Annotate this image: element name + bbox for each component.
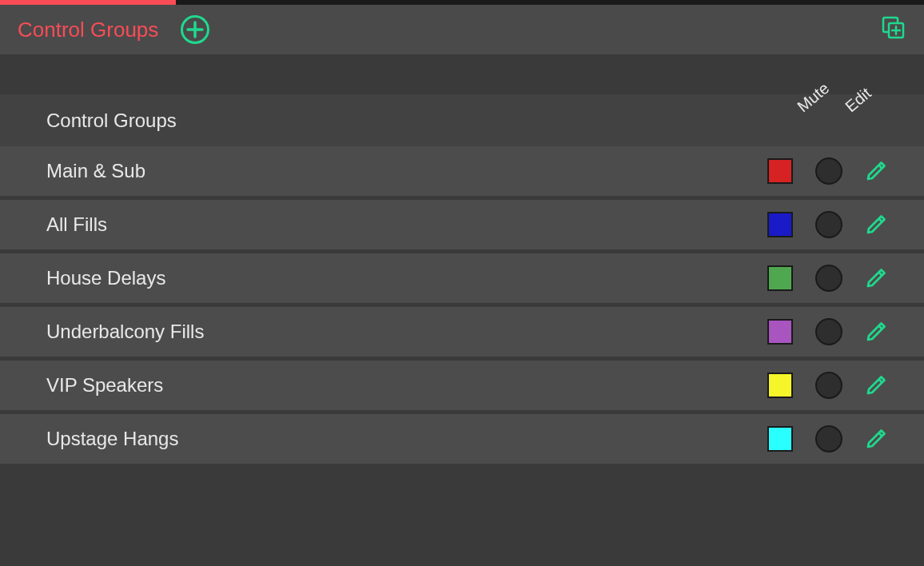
group-row: Upstage Hangs: [0, 414, 924, 464]
row-controls: [767, 318, 887, 345]
group-name: VIP Speakers: [46, 374, 878, 397]
row-controls: [767, 211, 887, 238]
pencil-icon: [865, 428, 887, 450]
copy-plus-icon: [881, 15, 906, 41]
group-row: All Fills: [0, 200, 924, 249]
mute-button[interactable]: [815, 372, 842, 399]
edit-button[interactable]: [865, 321, 887, 343]
row-controls: [767, 265, 887, 292]
group-row: VIP Speakers: [0, 361, 924, 410]
edit-button[interactable]: [865, 160, 887, 182]
header: Control Groups: [0, 5, 924, 54]
group-name: Main & Sub: [46, 160, 878, 182]
pencil-icon: [865, 374, 887, 397]
table-header-title: Control Groups: [46, 110, 177, 132]
column-header-mute: Mute: [794, 76, 836, 116]
row-controls: [767, 157, 887, 185]
color-swatch[interactable]: [767, 426, 793, 452]
column-headers: Mute Edit: [806, 98, 894, 116]
row-controls: [767, 372, 887, 399]
content-area: Control Groups Mute Edit Main & SubAll F…: [0, 54, 924, 464]
group-name: Upstage Hangs: [46, 428, 878, 450]
edit-button[interactable]: [865, 374, 887, 397]
group-row: Underbalcony Fills: [0, 307, 924, 357]
edit-button[interactable]: [865, 267, 887, 289]
color-swatch[interactable]: [767, 265, 793, 291]
plus-icon: [186, 21, 204, 38]
pencil-icon: [865, 213, 887, 236]
pencil-icon: [865, 321, 887, 343]
edit-button[interactable]: [865, 428, 887, 450]
group-name: House Delays: [46, 267, 878, 289]
group-name: Underbalcony Fills: [46, 321, 878, 343]
color-swatch[interactable]: [767, 158, 793, 184]
group-rows: Main & SubAll FillsHouse DelaysUnderbalc…: [0, 146, 924, 464]
mute-button[interactable]: [815, 318, 842, 345]
duplicate-add-button[interactable]: [881, 15, 906, 44]
column-header-edit: Edit: [842, 76, 884, 116]
group-row: Main & Sub: [0, 146, 924, 196]
page-title: Control Groups: [18, 18, 158, 42]
table-header: Control Groups Mute Edit: [0, 94, 924, 146]
mute-button[interactable]: [815, 425, 842, 452]
color-swatch[interactable]: [767, 319, 793, 345]
color-swatch[interactable]: [767, 373, 793, 398]
edit-button[interactable]: [865, 213, 887, 236]
mute-button[interactable]: [815, 265, 842, 292]
group-row: House Delays: [0, 253, 924, 303]
color-swatch[interactable]: [767, 212, 793, 237]
add-group-button[interactable]: [181, 15, 209, 44]
pencil-icon: [865, 267, 887, 289]
group-name: All Fills: [46, 213, 878, 236]
row-controls: [767, 425, 887, 452]
mute-button[interactable]: [815, 157, 842, 185]
pencil-icon: [865, 160, 887, 182]
mute-button[interactable]: [815, 211, 842, 238]
